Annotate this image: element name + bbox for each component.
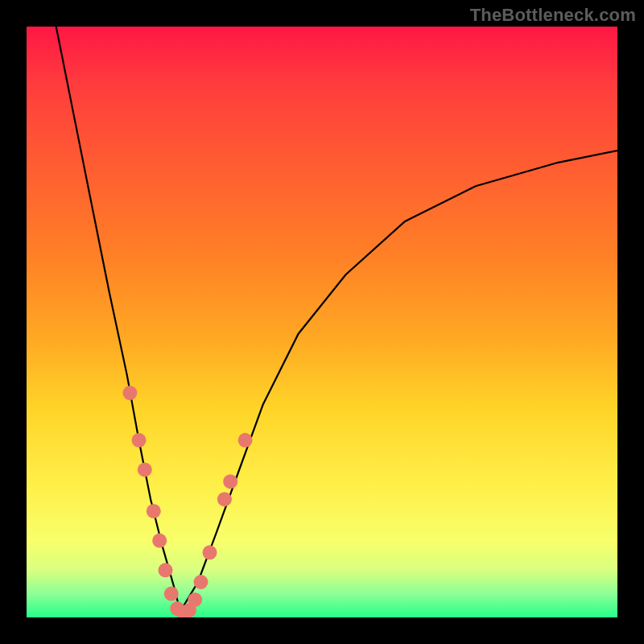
watermark-text: TheBottleneck.com xyxy=(470,5,636,26)
sampled-points xyxy=(122,386,252,617)
sample-dot xyxy=(152,534,167,548)
bottleneck-curve-right xyxy=(180,151,617,612)
chart-frame: TheBottleneck.com xyxy=(0,0,644,644)
sample-dot xyxy=(188,592,202,607)
sample-dot xyxy=(223,474,237,489)
sample-dot xyxy=(147,504,161,518)
sample-dot xyxy=(203,545,217,559)
bottleneck-curve-left xyxy=(56,27,180,612)
sample-dot xyxy=(122,386,137,400)
sample-dot xyxy=(238,433,253,448)
sample-dot xyxy=(217,492,232,506)
sample-dot xyxy=(159,563,173,577)
curve-layer xyxy=(27,27,617,617)
sample-dot xyxy=(132,433,147,448)
sample-dot xyxy=(138,463,152,477)
plot-area xyxy=(27,27,617,617)
sample-dot xyxy=(194,575,208,589)
sample-dot xyxy=(164,587,179,601)
